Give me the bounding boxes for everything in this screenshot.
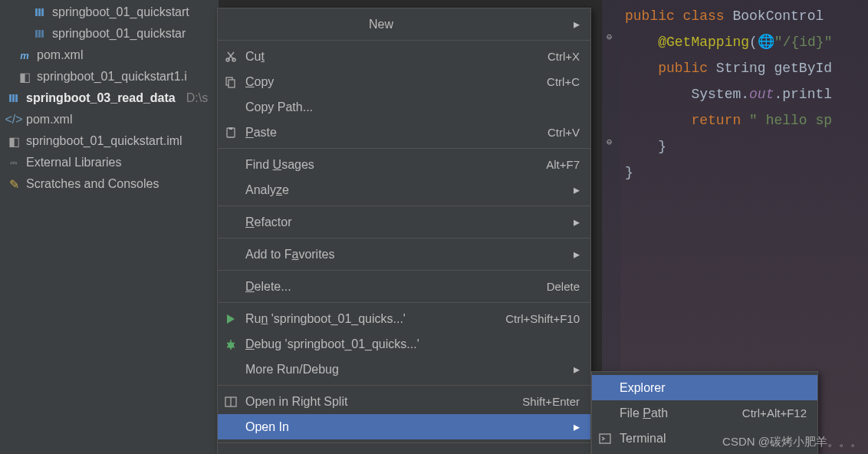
- tree-item-Scratches-and-Consoles[interactable]: ✎Scratches and Consoles: [0, 173, 219, 195]
- blank-icon: [224, 248, 238, 262]
- blank-icon: [224, 100, 238, 114]
- tree-label: springboot_01_quickstart.iml: [26, 134, 182, 148]
- menu-item-copy-path-[interactable]: Copy Path...: [218, 94, 590, 120]
- copy-icon: [224, 75, 238, 89]
- menu-item-new[interactable]: New▸: [218, 12, 590, 37]
- menu-item-copy[interactable]: CopyCtrl+C: [218, 69, 590, 94]
- tree-path: D:\s: [186, 91, 208, 105]
- menu-item-local-history[interactable]: Local History▸: [218, 446, 590, 454]
- svg-rect-1: [38, 8, 41, 16]
- scratch-icon: ✎: [8, 178, 20, 190]
- menu-item-refactor[interactable]: Refactor▸: [218, 209, 590, 235]
- code-brace: }: [625, 165, 633, 180]
- blank-icon: [224, 215, 238, 229]
- run-icon: [224, 312, 238, 326]
- menu-label: Run 'springboot_01_quicks...': [245, 312, 498, 326]
- pom-icon: m: [18, 49, 31, 61]
- lib-icon: ⎓: [8, 156, 20, 169]
- menu-item-open-in[interactable]: Open In▸: [218, 414, 590, 439]
- blank-icon: [598, 406, 612, 420]
- tree-label: springboot_01_quickstar: [52, 27, 186, 41]
- menu-item-delete-[interactable]: Delete...Delete: [218, 274, 590, 299]
- debug-icon: [224, 337, 238, 351]
- menu-item-cut[interactable]: CutCtrl+X: [218, 44, 590, 69]
- menu-label: Paste: [245, 126, 540, 140]
- menu-item-file-path[interactable]: File PathCtrl+Alt+F12: [592, 400, 817, 426]
- submenu-arrow-icon: ▸: [574, 17, 580, 31]
- blank-icon: [224, 158, 238, 172]
- menu-label: More Run/Debug: [245, 363, 560, 377]
- menu-separator: [218, 385, 590, 386]
- menu-label: Open In: [245, 420, 560, 434]
- paste-icon: [224, 126, 238, 140]
- menu-item-open-in-right-split[interactable]: Open in Right SplitShift+Enter: [218, 389, 590, 414]
- menu-item-run-springboot_01_quicks-[interactable]: Run 'springboot_01_quicks...'Ctrl+Shift+…: [218, 306, 590, 331]
- svg-point-15: [228, 342, 234, 348]
- menu-shortcut: Ctrl+X: [547, 50, 580, 63]
- svg-rect-2: [41, 8, 44, 16]
- menu-separator: [218, 148, 590, 149]
- code-keyword: return: [691, 113, 749, 128]
- tree-item-External-Libraries[interactable]: ⎓External Libraries: [0, 152, 219, 173]
- iml-icon: ◧: [8, 135, 20, 147]
- submenu-arrow-icon: ▸: [574, 362, 580, 377]
- tree-item-springboot_01_quickstart-iml[interactable]: ◧springboot_01_quickstart.iml: [0, 130, 219, 152]
- menu-label: Find Usages: [245, 158, 538, 172]
- menu-label: Open in Right Split: [245, 395, 515, 409]
- code-text: System.: [691, 87, 749, 102]
- menu-item-analyze[interactable]: Analyze▸: [218, 177, 590, 202]
- menu-label: Analyze: [245, 183, 560, 197]
- menu-item-find-usages[interactable]: Find UsagesAlt+F7: [218, 152, 590, 177]
- blank-icon: [224, 183, 238, 197]
- menu-label: Refactor: [245, 215, 560, 229]
- submenu-arrow-icon: ▸: [574, 183, 580, 197]
- split-icon: [224, 395, 238, 409]
- menu-label: Copy Path...: [245, 100, 580, 114]
- menu-shortcut: Ctrl+C: [547, 75, 580, 88]
- svg-rect-0: [35, 8, 38, 16]
- tree-item-pom-xml[interactable]: </>pom.xml: [0, 109, 219, 130]
- menu-separator: [218, 442, 590, 443]
- menu-item-more-run-debug[interactable]: More Run/Debug▸: [218, 357, 590, 382]
- svg-rect-8: [15, 94, 18, 102]
- menu-separator: [218, 302, 590, 303]
- tree-item-springboot_03_read_data[interactable]: springboot_03_read_dataD:\s: [0, 87, 219, 109]
- context-menu: New▸CutCtrl+XCopyCtrl+CCopy Path...Paste…: [217, 8, 591, 454]
- svg-rect-6: [9, 94, 12, 102]
- menu-shortcut: Ctrl+Shift+F10: [505, 312, 580, 325]
- terminal-icon: [598, 432, 612, 446]
- menu-item-debug-springboot_01_quicks-[interactable]: Debug 'springboot_01_quicks...': [218, 331, 590, 357]
- submenu-arrow-icon: ▸: [574, 247, 580, 262]
- tree-item-springboot_01_quickstart1-i[interactable]: ◧springboot_01_quickstart1.i: [0, 66, 219, 87]
- menu-label: Explorer: [620, 381, 807, 395]
- menu-item-add-to-favorites[interactable]: Add to Favorites▸: [218, 242, 590, 267]
- code-field: out: [749, 87, 774, 102]
- menu-label: Debug 'springboot_01_quicks...': [245, 337, 580, 351]
- code-keyword: public: [658, 61, 716, 76]
- code-string: "/{id}": [774, 35, 833, 50]
- project-tree[interactable]: springboot_01_quickstartspringboot_01_qu…: [0, 0, 219, 454]
- blank-icon: [224, 363, 238, 377]
- iml-icon: ◧: [18, 71, 31, 83]
- menu-label: Copy: [245, 75, 539, 89]
- svg-rect-3: [35, 30, 38, 38]
- fold-marker[interactable]: ⊖: [607, 25, 612, 51]
- tree-label: springboot_03_read_data: [26, 91, 176, 105]
- tree-label: External Libraries: [26, 156, 122, 169]
- menu-item-explorer[interactable]: Explorer: [592, 375, 817, 400]
- code-keyword: public class: [625, 8, 732, 24]
- menu-label: New: [224, 18, 560, 31]
- tree-item-springboot_01_quickstart[interactable]: springboot_01_quickstart: [0, 2, 219, 23]
- xml-icon: </>: [8, 114, 20, 126]
- tree-label: springboot_01_quickstart: [52, 5, 189, 19]
- fold-marker[interactable]: ⊖: [607, 130, 612, 156]
- menu-separator: [218, 238, 590, 239]
- blank-icon: [598, 381, 612, 395]
- folder-icon: [8, 92, 20, 104]
- menu-item-paste[interactable]: PasteCtrl+V: [218, 120, 590, 145]
- tree-label: pom.xml: [26, 113, 72, 127]
- svg-rect-7: [12, 94, 15, 102]
- menu-label: File Path: [620, 406, 735, 420]
- tree-item-pom-xml[interactable]: mpom.xml: [0, 44, 219, 66]
- tree-item-springboot_01_quickstar[interactable]: springboot_01_quickstar: [0, 23, 219, 44]
